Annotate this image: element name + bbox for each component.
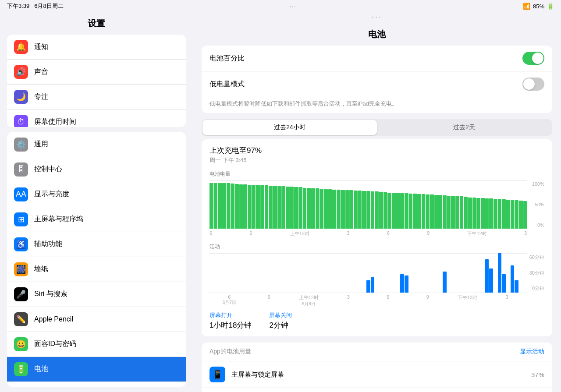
- screen-time-icon: ⏱: [14, 115, 28, 127]
- general-icon: ⚙️: [14, 138, 28, 152]
- battery-bar: [455, 196, 459, 229]
- sidebar-item-apple-pencil[interactable]: ✏️Apple Pencil: [7, 307, 186, 332]
- sidebar-item-siri[interactable]: 🎤Siri 与搜索: [7, 282, 186, 307]
- battery-percentage-status: 85%: [533, 3, 544, 10]
- battery-bar: [248, 185, 252, 229]
- activity-bar: [498, 253, 502, 293]
- toggle-knob: [532, 53, 543, 64]
- battery-percentage-label: 电池百分比: [209, 54, 245, 63]
- battery-bar: [371, 191, 375, 229]
- battery-bar: [260, 185, 264, 229]
- face-id-label: 面容ID与密码: [34, 339, 76, 349]
- sidebar: 设置 🔔通知🔊声音🌙专注⏱屏幕使用时间 ⚙️通用🎛控制中心AA显示与亮度⊞主屏幕…: [0, 12, 193, 392]
- accessibility-icon: ♿: [14, 237, 28, 251]
- battery-icon: 🔋: [14, 362, 28, 376]
- sidebar-title: 设置: [0, 12, 193, 35]
- battery-bar: [489, 198, 493, 229]
- battery-bar: [375, 191, 379, 229]
- app-icon: 📱: [209, 367, 225, 382]
- battery-bar: [277, 186, 281, 229]
- battery-chart-label: 电池电量: [209, 170, 544, 178]
- siri-label: Siri 与搜索: [34, 290, 67, 299]
- screen-on-value: 1小时18分钟: [209, 320, 252, 330]
- battery-bar: [387, 193, 391, 229]
- battery-bar: [430, 194, 434, 229]
- sidebar-item-wallpaper[interactable]: 🎆墙纸: [7, 257, 186, 282]
- sidebar-item-battery[interactable]: 🔋电池: [7, 357, 186, 382]
- battery-x-label: 上午12时: [290, 230, 309, 237]
- battery-bar: [472, 198, 476, 229]
- apple-pencil-icon: ✏️: [14, 312, 28, 326]
- sidebar-item-screen-time[interactable]: ⏱屏幕使用时间: [7, 109, 186, 127]
- siri-icon: 🎤: [14, 287, 28, 301]
- sidebar-item-control-center[interactable]: 🎛控制中心: [7, 157, 186, 182]
- status-time: 下午3:39: [7, 3, 29, 9]
- battery-bar: [252, 185, 256, 229]
- sidebar-group-2: ⚙️通用🎛控制中心AA显示与亮度⊞主屏幕与程序坞♿辅助功能🎆墙纸🎤Siri 与搜…: [7, 132, 186, 387]
- tab-24h[interactable]: 过去24小时: [202, 120, 377, 135]
- activity-bar: [515, 280, 518, 293]
- status-indicators: 📶 85% 🔋: [523, 3, 554, 10]
- app-usage-header: App的电池用量 显示活动: [202, 343, 552, 361]
- sidebar-item-focus[interactable]: 🌙专注: [7, 85, 186, 109]
- sidebar-item-accessibility[interactable]: ♿辅助功能: [7, 232, 186, 257]
- battery-bar: [349, 190, 353, 229]
- app-pct: 37%: [531, 371, 544, 378]
- activity-bar: [443, 272, 447, 293]
- last-charge-title: 上次充电至97%: [209, 145, 544, 155]
- notifications-icon: 🔔: [14, 40, 28, 54]
- sidebar-item-face-id[interactable]: 😀面容ID与密码: [7, 332, 186, 357]
- home-screen-label: 主屏幕与程序坞: [34, 215, 83, 224]
- app-usage-row[interactable]: 🧭Safari浏览器13%: [202, 388, 552, 392]
- face-id-icon: 😀: [14, 337, 28, 351]
- battery-bar: [294, 187, 298, 229]
- activity-bar: [366, 280, 370, 293]
- battery-bar: [468, 198, 472, 229]
- sidebar-item-general[interactable]: ⚙️通用: [7, 132, 186, 157]
- battery-bar: [392, 193, 396, 229]
- screen-time-label: 屏幕使用时间: [34, 117, 76, 127]
- activity-x-group: 上午12时6月8日: [289, 294, 329, 307]
- main-layout: 设置 🔔通知🔊声音🌙专注⏱屏幕使用时间 ⚙️通用🎛控制中心AA显示与亮度⊞主屏幕…: [0, 12, 561, 392]
- sidebar-item-home-screen[interactable]: ⊞主屏幕与程序坞: [7, 207, 186, 232]
- focus-icon: 🌙: [14, 90, 28, 104]
- battery-bar: [438, 195, 442, 229]
- activity-x-group: 3: [487, 294, 527, 307]
- home-screen-icon: ⊞: [14, 212, 28, 226]
- battery-bar: [515, 200, 518, 229]
- last-charge-time: 周一 下午 3:45: [209, 156, 544, 164]
- sidebar-item-display[interactable]: AA显示与亮度: [7, 182, 186, 207]
- app-usage-row[interactable]: 📱主屏幕与锁定屏幕37%: [202, 361, 552, 388]
- control-center-icon: 🎛: [14, 162, 28, 177]
- battery-bar: [485, 198, 489, 229]
- battery-bar: [362, 191, 366, 229]
- battery-bar: [311, 188, 315, 229]
- show-activity-link[interactable]: 显示活动: [520, 348, 544, 356]
- activity-bar: [405, 275, 408, 293]
- battery-x-label: 3: [347, 230, 349, 237]
- tab-2d[interactable]: 过去2天: [377, 120, 551, 135]
- battery-bar: [269, 186, 273, 229]
- battery-bar: [307, 188, 311, 229]
- activity-x-group: 9: [408, 294, 448, 307]
- activity-x-group: 3: [329, 294, 369, 307]
- battery-y-labels: 100% 50% 0%: [529, 180, 544, 229]
- battery-bar: [332, 190, 336, 229]
- battery-bar: [298, 187, 302, 229]
- status-time-date: 下午3:39 6月8日周二: [7, 2, 64, 10]
- battery-bar: [290, 187, 294, 229]
- battery-percentage-toggle[interactable]: [522, 52, 544, 65]
- low-power-toggle[interactable]: [522, 78, 544, 91]
- battery-bar: [265, 185, 269, 229]
- sidebar-item-sounds[interactable]: 🔊声音: [7, 60, 186, 85]
- display-label: 显示与亮度: [34, 190, 69, 199]
- activity-x-labels: 66月7日9上午12时6月8日369下午12时3: [209, 294, 544, 307]
- sidebar-item-privacy[interactable]: ✋隐私: [7, 382, 186, 387]
- sidebar-item-notifications[interactable]: 🔔通知: [7, 35, 186, 60]
- battery-bar: [396, 193, 400, 229]
- battery-bar: [464, 197, 468, 229]
- time-tab-bar: 过去24小时 过去2天: [202, 119, 552, 136]
- battery-x-label: 3: [524, 230, 527, 237]
- battery-bar: [498, 199, 502, 229]
- battery-bar: [409, 194, 413, 229]
